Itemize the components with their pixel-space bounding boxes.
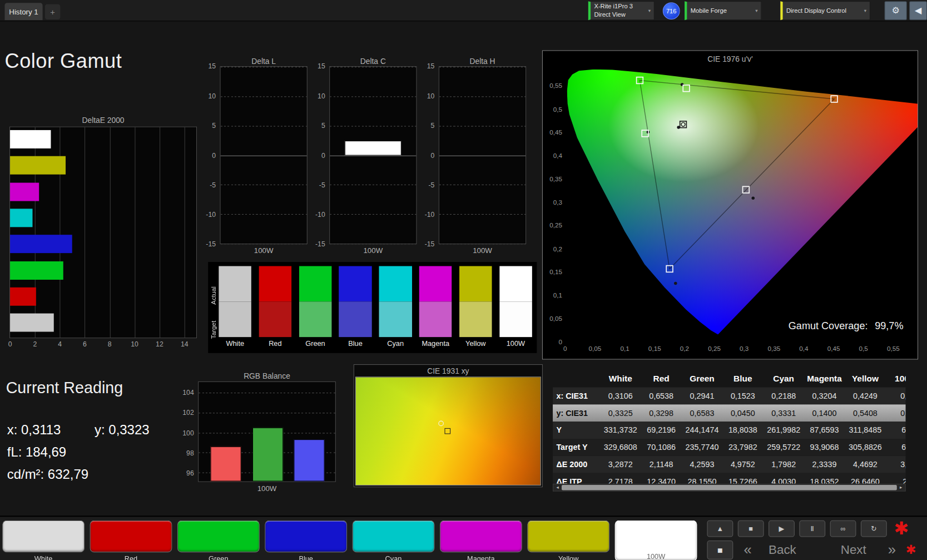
patch-button-green[interactable]: Green xyxy=(177,521,260,560)
cell-value: 0,5408 xyxy=(845,404,885,422)
hscroll-thumb[interactable] xyxy=(562,485,897,490)
table-row[interactable]: ΔE 20003,28722,11484,25934,97521,79822,3… xyxy=(553,456,906,473)
gridline xyxy=(439,214,526,215)
gridline xyxy=(330,126,416,126)
x-tick-label: 0 xyxy=(563,345,567,352)
back-button[interactable]: Back xyxy=(769,541,796,559)
settings-button[interactable]: ⚙ xyxy=(884,1,906,20)
cell-value: 311,8485 xyxy=(845,422,885,439)
loop-button[interactable]: ∞ xyxy=(830,521,856,537)
gridline xyxy=(221,67,307,67)
patch-button-yellow[interactable]: Yellow xyxy=(527,521,609,560)
y-tick-label: 15 xyxy=(306,62,325,71)
delta_c-yaxis: 151050-5-10-15 xyxy=(308,66,327,244)
patch-button-magenta[interactable]: Magenta xyxy=(440,521,522,560)
actual-swatch xyxy=(219,266,251,302)
source-dropdown[interactable]: Mobile Forge ▼ xyxy=(685,1,761,20)
patch-button-label: Cyan xyxy=(353,554,435,560)
history-tab[interactable]: History 1 xyxy=(5,3,43,20)
rgb-plot xyxy=(198,381,336,482)
measurement-marker-circle xyxy=(438,421,444,427)
delta-c-title: Delta C xyxy=(329,57,417,66)
gridline xyxy=(199,393,335,394)
y-tick-label: 0,35 xyxy=(543,175,562,182)
actual-swatch xyxy=(379,266,412,302)
cell-value: 18,8038 xyxy=(722,422,763,439)
patch-button-label: Yellow xyxy=(527,554,609,560)
row-label: ΔE 2000 xyxy=(553,456,600,473)
x-tick-label: 2 xyxy=(33,340,37,348)
source-name: Mobile Forge xyxy=(691,7,727,14)
actual-swatch xyxy=(459,266,492,302)
y-tick-label: 0,45 xyxy=(543,129,562,136)
deltae-plot xyxy=(9,127,197,339)
actual-row-label: Actual xyxy=(210,270,217,305)
deltae-bar-green xyxy=(10,261,63,279)
y-tick-label: 10 xyxy=(197,92,216,100)
table-row[interactable]: x: CIE310,31060,65380,29410,15230,21880,… xyxy=(553,388,906,405)
cell-value: 1,7982 xyxy=(764,456,804,473)
asterisk-icon[interactable]: ✱ xyxy=(894,518,909,539)
table-row[interactable]: ΔE ITP2,717812,347028,155015,72664,00301… xyxy=(553,473,906,484)
patch-label: Magenta xyxy=(419,339,452,348)
current-reading-title: Current Reading xyxy=(6,379,123,398)
chevron-down-icon: ▼ xyxy=(863,8,867,12)
x-tick-label: 4 xyxy=(58,340,62,348)
patch-button-blue[interactable]: Blue xyxy=(265,521,347,560)
y-tick-label: 98 xyxy=(175,449,194,457)
cell-value: 2, xyxy=(886,473,906,484)
patch-button-cyan[interactable]: Cyan xyxy=(353,521,435,560)
refresh-icon: ↻ xyxy=(871,524,877,533)
collapse-icon: ▲ xyxy=(717,524,724,533)
stop-button[interactable]: ■ xyxy=(738,521,764,537)
patch-button-white[interactable]: White xyxy=(2,521,85,560)
collapse-button[interactable]: ▲ xyxy=(707,521,733,537)
x-tick-label: 0,55 xyxy=(887,345,900,352)
next-arrow[interactable]: » xyxy=(888,541,896,559)
delta-l-xlabel: 100W xyxy=(220,246,307,255)
table-row[interactable]: Target Y329,680870,1086235,774023,798225… xyxy=(553,439,906,456)
top-bar: History 1 + X-Rite i1Pro 3 Direct View ▼… xyxy=(0,0,927,21)
patch-button-red[interactable]: Red xyxy=(90,521,172,560)
target-row-label: Target xyxy=(210,306,217,339)
pause-button[interactable]: Ⅱ xyxy=(799,521,825,537)
actual-swatch xyxy=(499,266,532,302)
patch-swatch-100w xyxy=(499,266,532,338)
deltae-bar-cyan xyxy=(10,209,32,227)
back-arrow[interactable]: « xyxy=(743,541,751,559)
cell-value: 0,1523 xyxy=(722,388,763,405)
delta_c-bar xyxy=(345,141,401,155)
patch-button-100w[interactable]: 100W xyxy=(615,521,697,560)
patch-color xyxy=(527,521,609,552)
gamut-coverage: Gamut Coverage:99,7% xyxy=(789,320,904,332)
table-row[interactable]: Y331,373269,2196244,147418,8038261,99828… xyxy=(553,422,906,439)
scroll-right-icon[interactable]: ▸ xyxy=(897,485,905,490)
next-button[interactable]: Next xyxy=(841,541,866,559)
table-row[interactable]: y: CIE310,33250,32980,65830,04500,33310,… xyxy=(553,404,906,422)
cell-value: 0,3 xyxy=(886,388,906,405)
table-hscrollbar[interactable]: ◂ ▸ xyxy=(553,484,906,492)
refresh-button[interactable]: ↻ xyxy=(861,521,887,537)
deltae-bar-red xyxy=(10,288,36,306)
display-control-dropdown[interactable]: Direct Display Control ▼ xyxy=(780,1,870,20)
cell-value: 4,0030 xyxy=(764,473,804,484)
cie1931-panel: CIE 1931 xy xyxy=(354,364,543,487)
rgb-yaxis: 1041021009896 xyxy=(177,381,196,482)
patch-count: 716 xyxy=(666,7,677,14)
patch-count-badge[interactable]: 716 xyxy=(663,2,680,19)
y-tick-label: -10 xyxy=(197,210,216,219)
y-tick-label: 104 xyxy=(175,388,194,397)
target-swatch xyxy=(379,301,412,337)
asterisk-icon-small[interactable]: ✱ xyxy=(906,543,916,557)
add-tab-button[interactable]: + xyxy=(45,4,61,19)
collapse-panel-button[interactable]: ◀ xyxy=(909,1,927,20)
stop-measure-button[interactable]: ■ xyxy=(707,541,733,559)
meter-dropdown[interactable]: X-Rite i1Pro 3 Direct View ▼ xyxy=(588,1,655,20)
row-label: y: CIE31 xyxy=(553,404,600,422)
play-button[interactable]: ▶ xyxy=(769,521,795,537)
scroll-left-icon[interactable]: ◂ xyxy=(553,485,562,490)
y-tick-label: 10 xyxy=(415,92,434,100)
play-icon: ▶ xyxy=(779,524,785,533)
y-tick-label: 0,2 xyxy=(543,245,562,252)
gridline xyxy=(439,126,526,126)
